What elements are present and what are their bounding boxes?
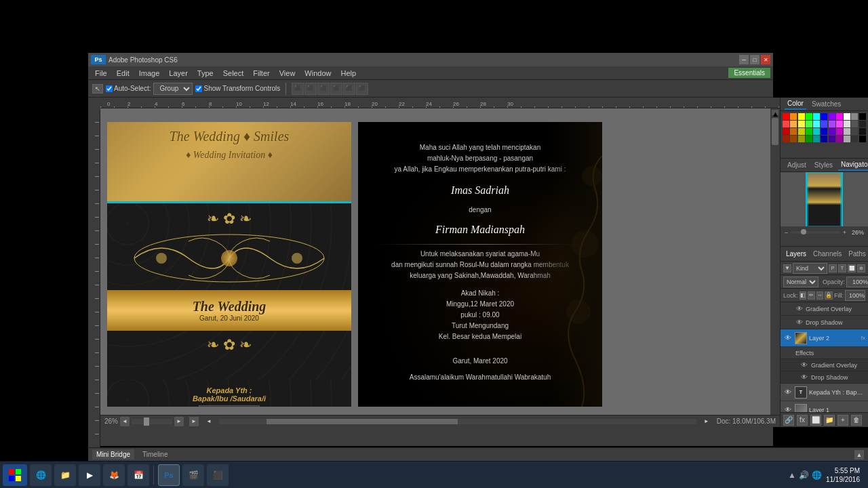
eye-dropshadow-2[interactable]: 👁 [801, 373, 809, 382]
swatch-990099[interactable] [836, 136, 843, 142]
minimize-button[interactable]: ─ [739, 55, 749, 64]
add-mask-button[interactable]: ⬜ [810, 415, 821, 426]
swatch-00ffff[interactable] [813, 113, 820, 120]
swatch-bbbbbb[interactable] [844, 128, 850, 135]
swatch-009999[interactable] [813, 136, 820, 142]
swatch-0000ff[interactable] [821, 113, 827, 120]
align-right-button[interactable]: ⬛ [317, 83, 330, 95]
effect-drop-shadow-1[interactable]: 👁 Drop Shadow [781, 316, 868, 329]
swatch-8800ff[interactable] [829, 113, 835, 120]
swatches-tab[interactable]: Swatches [809, 99, 844, 109]
filter-shape[interactable]: ⬜ [848, 264, 856, 272]
swatch-222222[interactable] [859, 121, 866, 127]
timeline-tab[interactable]: Timeline [138, 449, 172, 460]
swatch-cc00cc[interactable] [836, 128, 843, 135]
swatch-444444[interactable] [851, 128, 858, 135]
eye-dropshadow-1[interactable]: 👁 [795, 319, 804, 327]
filter-type-select[interactable]: Kind [793, 263, 827, 274]
blend-mode-select[interactable]: Normal [783, 277, 818, 287]
swatch-440099[interactable] [829, 136, 835, 142]
swatch-cc6600[interactable] [790, 128, 797, 135]
taskbar-calendar[interactable]: 📅 [127, 464, 149, 486]
eye-layer1[interactable]: 👁 [783, 405, 793, 413]
nav-zoom-in[interactable]: + [843, 229, 846, 236]
filter-smart[interactable]: ⊕ [857, 264, 865, 272]
adjust-tab[interactable]: Adjust [785, 160, 809, 170]
scroll-up-arrow[interactable]: ▲ [772, 110, 778, 115]
mini-bridge-tab[interactable]: Mini Bridge [92, 449, 134, 460]
taskbar-explorer[interactable]: 📁 [54, 464, 76, 486]
swatch-6600cc[interactable] [829, 128, 835, 135]
filter-toggle[interactable]: ▼ [783, 264, 791, 272]
layer-item-2[interactable]: 👁 Layer 2 fx [781, 329, 868, 347]
menu-help[interactable]: Help [336, 68, 360, 79]
layer-item-1[interactable]: 👁 Layer 1 [781, 401, 868, 412]
new-layer-button[interactable]: + [837, 415, 848, 426]
zoom-left-arrow[interactable]: ◄ [120, 417, 130, 426]
taskbar-firefox[interactable]: 🦊 [103, 464, 125, 486]
swatch-cccc00[interactable] [798, 128, 805, 135]
vertical-scrollbar[interactable]: ▲ ▼ [770, 108, 780, 427]
align-left-button[interactable]: ⬛ [292, 83, 304, 95]
swatch-ffffff[interactable] [844, 113, 850, 120]
close-button[interactable]: ✕ [761, 55, 770, 64]
swatch-ffff44[interactable] [798, 121, 805, 127]
swatch-994400[interactable] [790, 136, 797, 142]
scroll-thumb[interactable] [772, 118, 778, 145]
horizontal-scrollbar[interactable] [219, 419, 696, 424]
effect-gradient-overlay-2[interactable]: 👁 Gradient Overlay [781, 359, 868, 371]
menu-filter[interactable]: Filter [249, 68, 273, 79]
align-bottom-button[interactable]: ⬛ [356, 83, 368, 95]
swatch-ff4444[interactable] [783, 121, 789, 127]
swatch-00cccc[interactable] [813, 128, 820, 135]
layer-item-text[interactable]: 👁 T Kepada Yth : Bapak... [781, 384, 868, 401]
swatch-ff0000[interactable] [783, 113, 789, 120]
swatch-ffaa44[interactable] [790, 121, 797, 127]
swatch-4444ff[interactable] [821, 121, 827, 127]
scroll-right[interactable]: ► [702, 417, 711, 426]
fill-input[interactable] [845, 290, 865, 301]
swatch-cc0000[interactable] [783, 128, 789, 135]
swatch-aaaaaa[interactable] [844, 136, 850, 142]
swatch-555555[interactable] [851, 121, 858, 127]
eye-gradient-1[interactable]: 👁 [795, 305, 804, 313]
opacity-input[interactable] [846, 277, 868, 287]
menu-view[interactable]: View [275, 68, 300, 79]
auto-select-type[interactable]: Group [153, 83, 193, 95]
start-button[interactable] [3, 464, 27, 486]
swatch-000000[interactable] [859, 136, 866, 142]
menu-layer[interactable]: Layer [165, 68, 192, 79]
swatch-888888[interactable] [851, 113, 858, 120]
filter-text[interactable]: T [838, 264, 846, 272]
zoom-right-arrow[interactable]: ► [174, 417, 184, 426]
lock-all[interactable]: 🔒 [825, 291, 833, 300]
styles-tab[interactable]: Styles [812, 160, 835, 170]
channels-tab[interactable]: Channels [810, 249, 844, 259]
add-link-button[interactable]: 🔗 [783, 415, 794, 426]
essentials-button[interactable]: Essentials [728, 68, 770, 78]
align-middle-button[interactable]: ⬛ [343, 83, 355, 95]
swatch-009900[interactable] [806, 136, 812, 142]
taskbar-media[interactable]: ▶ [79, 464, 100, 486]
mini-bar-collapse[interactable]: ▲ [854, 450, 864, 460]
effect-drop-shadow-2[interactable]: 👁 Drop Shadow [781, 371, 868, 384]
maximize-button[interactable]: □ [750, 55, 760, 64]
menu-type[interactable]: Type [193, 68, 218, 79]
effect-gradient-overlay-1[interactable]: 👁 Gradient Overlay [781, 302, 868, 316]
swatch-0000cc[interactable] [821, 128, 827, 135]
menu-select[interactable]: Select [219, 68, 248, 79]
filter-pixel[interactable]: P [829, 264, 837, 272]
menu-edit[interactable]: Edit [113, 68, 134, 79]
swatch-992200[interactable] [783, 136, 789, 142]
lock-transparent[interactable]: ◧ [800, 291, 807, 300]
eye-gradient-2[interactable]: 👁 [801, 361, 809, 369]
swatch-ffff00[interactable] [798, 113, 805, 120]
new-group-button[interactable]: 📁 [824, 415, 835, 426]
taskbar-photoshop[interactable]: Ps [158, 464, 180, 486]
zoom-slider[interactable] [132, 419, 172, 424]
menu-image[interactable]: Image [135, 68, 164, 79]
taskbar-misc[interactable]: ⬛ [207, 464, 229, 486]
paths-tab[interactable]: Paths [846, 249, 868, 259]
swatch-dddddd[interactable] [844, 121, 850, 127]
swatch-333333[interactable] [851, 136, 858, 142]
